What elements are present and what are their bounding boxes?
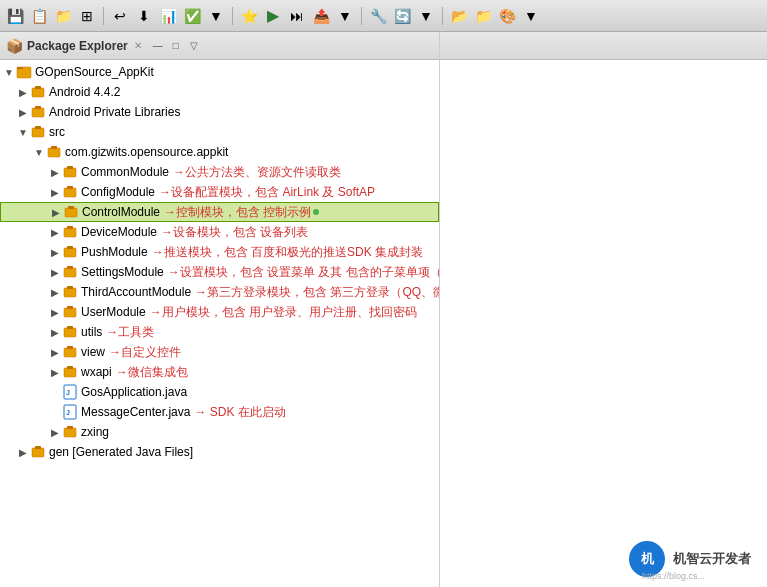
toolbar-copy-btn[interactable]: 📋	[28, 5, 50, 27]
svg-rect-31	[67, 366, 73, 369]
label-wxapi: wxapi	[81, 365, 112, 379]
tree-item-gen[interactable]: ▶ gen [Generated Java Files]	[0, 442, 439, 462]
svg-rect-6	[32, 128, 44, 137]
svg-rect-18	[64, 248, 76, 257]
arrow-control: ▶	[49, 205, 63, 219]
svg-rect-20	[64, 268, 76, 277]
icon-gosapp: J	[62, 384, 78, 400]
icon-settings	[62, 264, 78, 280]
panel-minimize-btn[interactable]: —	[150, 38, 166, 54]
tree-item-config-module[interactable]: ▶ ConfigModule →设备配置模块，包含 AirLink 及 Soft…	[0, 182, 439, 202]
toolbar-dropdown1-btn[interactable]: ▼	[205, 5, 227, 27]
annotation-thirdaccount: →第三方登录模块，包含 第三方登录（QQ、微信等）	[195, 284, 439, 301]
right-panel-header	[440, 32, 767, 60]
annotation-config: →设备配置模块，包含 AirLink 及 SoftAP	[159, 184, 375, 201]
icon-thirdaccount	[62, 284, 78, 300]
toolbar-paint-btn[interactable]: 🎨	[496, 5, 518, 27]
toolbar-open-btn[interactable]: 📁	[52, 5, 74, 27]
label-android: Android 4.4.2	[49, 85, 120, 99]
annotation-settings: →设置模块，包含 设置菜单 及其 包含的子菜单项（关于等）	[168, 264, 439, 281]
label-com: com.gizwits.opensource.appkit	[65, 145, 228, 159]
tree-item-common-module[interactable]: ▶ CommonModule →公共方法类、资源文件读取类	[0, 162, 439, 182]
toolbar-dropdown2-btn[interactable]: ▼	[334, 5, 356, 27]
toolbar-dropdown4-btn[interactable]: ▼	[520, 5, 542, 27]
icon-privlibs	[30, 104, 46, 120]
arrow-root: ▼	[2, 65, 16, 79]
tree-item-push-module[interactable]: ▶ PushModule →推送模块，包含 百度和极光的推送SDK 集成封装	[0, 242, 439, 262]
svg-rect-17	[67, 226, 73, 229]
label-user: UserModule	[81, 305, 146, 319]
toolbar-play-btn[interactable]: ▶	[262, 5, 284, 27]
tree-item-utils[interactable]: ▶ utils →工具类	[0, 322, 439, 342]
toolbar-undo-btn[interactable]: ↩	[109, 5, 131, 27]
toolbar-export-btn[interactable]: 📤	[310, 5, 332, 27]
annotation-common: →公共方法类、资源文件读取类	[173, 164, 341, 181]
annotation-msgcenter: → SDK 在此启动	[194, 404, 285, 421]
toolbar-down-btn[interactable]: ⬇	[133, 5, 155, 27]
tree-item-third-account-module[interactable]: ▶ ThirdAccountModule →第三方登录模块，包含 第三方登录（Q…	[0, 282, 439, 302]
tree-item-control-module[interactable]: ▶ ControlModule →控制模块，包含 控制示例	[0, 202, 439, 222]
toolbar-skip-btn[interactable]: ⏭	[286, 5, 308, 27]
toolbar-grid-btn[interactable]: ⊞	[76, 5, 98, 27]
label-privlibs: Android Private Libraries	[49, 105, 180, 119]
toolbar-chart-btn[interactable]: 📊	[157, 5, 179, 27]
svg-rect-14	[65, 208, 77, 217]
tree-item-zxing[interactable]: ▶ zxing	[0, 422, 439, 442]
panel-view-menu-btn[interactable]: ▽	[186, 38, 202, 54]
icon-com	[46, 144, 62, 160]
annotation-device: →设备模块，包含 设备列表	[161, 224, 308, 241]
tree-item-device-module[interactable]: ▶ DeviceModule →设备模块，包含 设备列表	[0, 222, 439, 242]
toolbar-folder3-btn[interactable]: 📁	[472, 5, 494, 27]
label-utils: utils	[81, 325, 102, 339]
svg-rect-36	[64, 428, 76, 437]
tree-item-gos-app[interactable]: ▶ J GosApplication.java	[0, 382, 439, 402]
svg-rect-11	[67, 166, 73, 169]
toolbar-save-btn[interactable]: 💾	[4, 5, 26, 27]
tree-item-com-gizwits[interactable]: ▼ com.gizwits.opensource.appkit	[0, 142, 439, 162]
tree-item-message-center[interactable]: ▶ J MessageCenter.java → SDK 在此启动	[0, 402, 439, 422]
tree-item-settings-module[interactable]: ▶ SettingsModule →设置模块，包含 设置菜单 及其 包含的子菜单…	[0, 262, 439, 282]
tree-item-private-libs[interactable]: ▶ Android Private Libraries	[0, 102, 439, 122]
tree-item-user-module[interactable]: ▶ UserModule →用户模块，包含 用户登录、用户注册、找回密码	[0, 302, 439, 322]
tree-item-src[interactable]: ▼ src	[0, 122, 439, 142]
svg-rect-13	[67, 186, 73, 189]
blog-url: https://blog.cs...	[642, 571, 705, 581]
icon-msgcenter: J	[62, 404, 78, 420]
icon-wxapi	[62, 364, 78, 380]
tree-item-android442[interactable]: ▶ Android 4.4.2	[0, 82, 439, 102]
svg-rect-3	[35, 86, 41, 89]
tree-item-view[interactable]: ▶ view →自定义控件	[0, 342, 439, 362]
annotation-push: →推送模块，包含 百度和极光的推送SDK 集成封装	[152, 244, 423, 261]
arrow-src: ▼	[16, 125, 30, 139]
svg-rect-37	[67, 426, 73, 429]
toolbar-settings-btn[interactable]: 🔧	[367, 5, 389, 27]
panel-maximize-btn[interactable]: □	[168, 38, 184, 54]
toolbar-refresh-btn[interactable]: 🔄	[391, 5, 413, 27]
package-explorer-tree[interactable]: ▼ GOpenSource_AppKit ▶ Android 4.4.2 ▶	[0, 60, 439, 587]
icon-config	[62, 184, 78, 200]
annotation-wxapi: →微信集成包	[116, 364, 188, 381]
toolbar-dropdown3-btn[interactable]: ▼	[415, 5, 437, 27]
toolbar-star-btn[interactable]: ⭐	[238, 5, 260, 27]
svg-rect-1	[17, 67, 23, 69]
svg-rect-15	[68, 206, 74, 209]
tree-item-wxapi[interactable]: ▶ wxapi →微信集成包	[0, 362, 439, 382]
svg-rect-30	[64, 368, 76, 377]
label-zxing: zxing	[81, 425, 109, 439]
arrow-view: ▶	[48, 345, 62, 359]
svg-rect-8	[48, 148, 60, 157]
panel-header-icon: 📦	[6, 38, 23, 54]
label-gen: gen [Generated Java Files]	[49, 445, 193, 459]
label-root: GOpenSource_AppKit	[35, 65, 154, 79]
svg-rect-19	[67, 246, 73, 249]
svg-rect-39	[35, 446, 41, 449]
panel-controls: — □ ▽	[150, 38, 202, 54]
annotation-control: →控制模块，包含 控制示例	[164, 204, 311, 221]
icon-user	[62, 304, 78, 320]
toolbar: 💾 📋 📁 ⊞ ↩ ⬇ 📊 ✅ ▼ ⭐ ▶ ⏭ 📤 ▼ 🔧 🔄 ▼ 📂 📁 🎨 …	[0, 0, 767, 32]
toolbar-folder2-btn[interactable]: 📂	[448, 5, 470, 27]
arrow-wxapi: ▶	[48, 365, 62, 379]
toolbar-check-btn[interactable]: ✅	[181, 5, 203, 27]
tree-item-root[interactable]: ▼ GOpenSource_AppKit	[0, 62, 439, 82]
label-config: ConfigModule	[81, 185, 155, 199]
